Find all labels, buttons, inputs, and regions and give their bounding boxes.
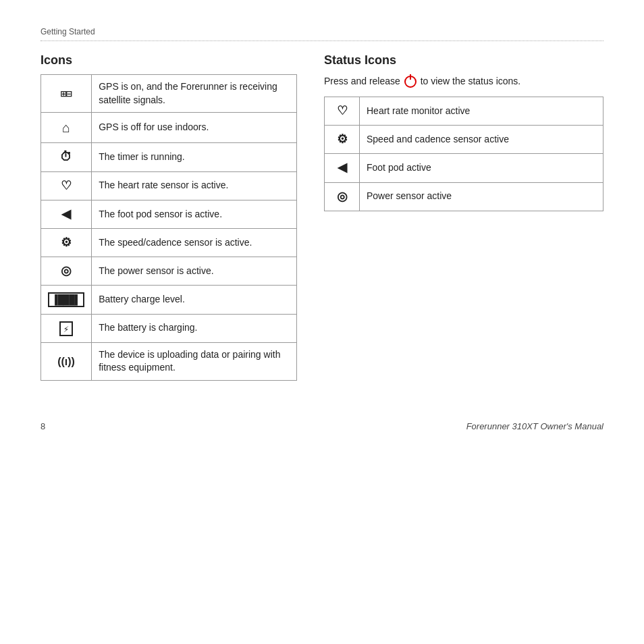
status-intro-after: to view the status icons. xyxy=(421,76,521,86)
battery-level-icon: ▐███▌ xyxy=(41,286,92,314)
table-row: ▐███▌Battery charge level. xyxy=(41,286,297,314)
status-icons-table: ♡Heart rate monitor active⚙Speed and cad… xyxy=(324,97,603,211)
breadcrumb: Getting Started xyxy=(41,27,603,41)
table-row: ⚙Speed and cadence sensor active xyxy=(325,126,603,154)
page-footer: 8 Forerunner 310XT Owner's Manual xyxy=(41,421,603,431)
table-row: ◀Foot pod active xyxy=(325,154,603,182)
table-row: ⊞⊟GPS is on, and the Forerunner is recei… xyxy=(41,75,297,113)
table-row: ⌂GPS is off for use indoors. xyxy=(41,113,297,143)
status-speed-cadence-icon: ⚙ xyxy=(325,126,360,154)
table-row: ♡The heart rate sensor is active. xyxy=(41,171,297,200)
status-icons-section: Status Icons Press and release to view t… xyxy=(324,53,603,211)
icon-description: The timer is running. xyxy=(92,143,297,171)
table-row: ((ı))The device is uploading data or pai… xyxy=(41,342,297,380)
timer-icon: ⏱ xyxy=(41,143,92,171)
status-foot-pod-icon: ◀ xyxy=(325,154,360,182)
icon-description: GPS is on, and the Forerunner is receivi… xyxy=(92,75,297,113)
upload-pairing-icon: ((ı)) xyxy=(41,342,92,380)
icon-description: The battery is charging. xyxy=(92,314,297,342)
table-row: ⏱The timer is running. xyxy=(41,143,297,171)
status-description: Speed and cadence sensor active xyxy=(360,126,603,154)
status-description: Power sensor active xyxy=(360,182,603,211)
page-number: 8 xyxy=(41,421,45,431)
power-sensor-icon: ◎ xyxy=(41,257,92,286)
table-row: ◀The foot pod sensor is active. xyxy=(41,200,297,228)
status-heart-rate-icon: ♡ xyxy=(325,97,360,126)
table-row: ⚙The speed/cadence sensor is active. xyxy=(41,228,297,257)
icon-description: Battery charge level. xyxy=(92,286,297,314)
speed-cadence-icon: ⚙ xyxy=(41,228,92,257)
table-row: ◎The power sensor is active. xyxy=(41,257,297,286)
icons-title: Icons xyxy=(41,53,297,68)
icons-table: ⊞⊟GPS is on, and the Forerunner is recei… xyxy=(41,74,297,381)
icons-section: Icons ⊞⊟GPS is on, and the Forerunner is… xyxy=(41,53,297,381)
power-button-icon xyxy=(404,76,417,88)
heart-rate-icon: ♡ xyxy=(41,171,92,200)
table-row: ◎Power sensor active xyxy=(325,182,603,211)
status-intro-before: Press and release xyxy=(324,76,400,86)
icon-description: The foot pod sensor is active. xyxy=(92,200,297,228)
foot-pod-icon: ◀ xyxy=(41,200,92,228)
gps-satellite-icon: ⊞⊟ xyxy=(41,75,92,113)
status-description: Foot pod active xyxy=(360,154,603,182)
table-row: ♡Heart rate monitor active xyxy=(325,97,603,126)
table-row: ⚡The battery is charging. xyxy=(41,314,297,342)
icon-description: The power sensor is active. xyxy=(92,257,297,286)
icon-description: The heart rate sensor is active. xyxy=(92,171,297,200)
battery-charging-icon: ⚡ xyxy=(41,314,92,342)
house-indoors-icon: ⌂ xyxy=(41,113,92,143)
manual-title: Forerunner 310XT Owner's Manual xyxy=(466,421,603,431)
status-description: Heart rate monitor active xyxy=(360,97,603,126)
icon-description: GPS is off for use indoors. xyxy=(92,113,297,143)
icon-description: The speed/cadence sensor is active. xyxy=(92,228,297,257)
status-icons-title: Status Icons xyxy=(324,53,603,68)
icon-description: The device is uploading data or pairing … xyxy=(92,342,297,380)
status-power-sensor-icon: ◎ xyxy=(325,182,360,211)
status-intro: Press and release to view the status ico… xyxy=(324,74,603,88)
